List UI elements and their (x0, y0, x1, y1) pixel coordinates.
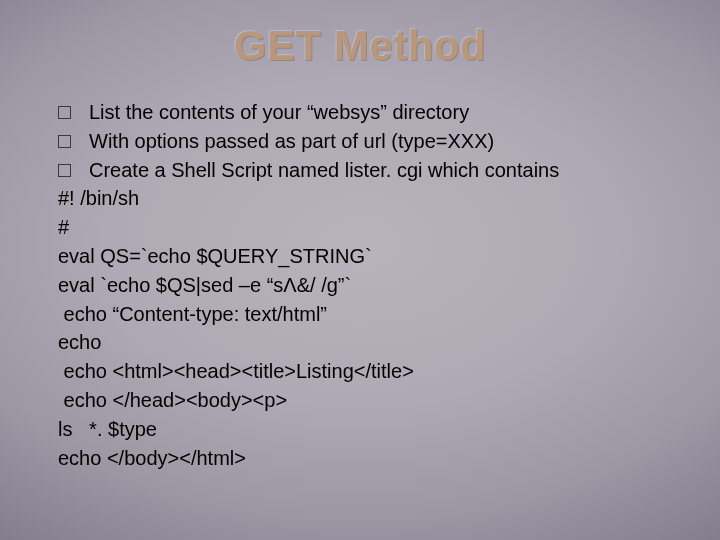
bullet-item: Create a Shell Script named lister. cgi … (58, 156, 662, 185)
square-bullet-icon (58, 164, 71, 177)
code-line: echo “Content-type: text/html” (58, 300, 662, 329)
code-line: ls *. $type (58, 415, 662, 444)
square-bullet-icon (58, 106, 71, 119)
bullet-text: List the contents of your “websys” direc… (89, 98, 469, 127)
code-line: eval `echo $QS|sed –e “sΛ&/ /g”` (58, 271, 662, 300)
code-line: echo </head><body><p> (58, 386, 662, 415)
slide-title: GET Method (58, 22, 662, 70)
code-line: eval QS=`echo $QUERY_STRING` (58, 242, 662, 271)
bullet-text: With options passed as part of url (type… (89, 127, 494, 156)
slide: GET Method List the contents of your “we… (0, 0, 720, 540)
code-line: echo (58, 328, 662, 357)
bullet-item: List the contents of your “websys” direc… (58, 98, 662, 127)
code-line: #! /bin/sh (58, 184, 662, 213)
code-line: echo <html><head><title>Listing</title> (58, 357, 662, 386)
bullet-text: Create a Shell Script named lister. cgi … (89, 156, 559, 185)
bullet-item: With options passed as part of url (type… (58, 127, 662, 156)
code-line: # (58, 213, 662, 242)
square-bullet-icon (58, 135, 71, 148)
code-line: echo </body></html> (58, 444, 662, 473)
slide-body: List the contents of your “websys” direc… (58, 98, 662, 472)
